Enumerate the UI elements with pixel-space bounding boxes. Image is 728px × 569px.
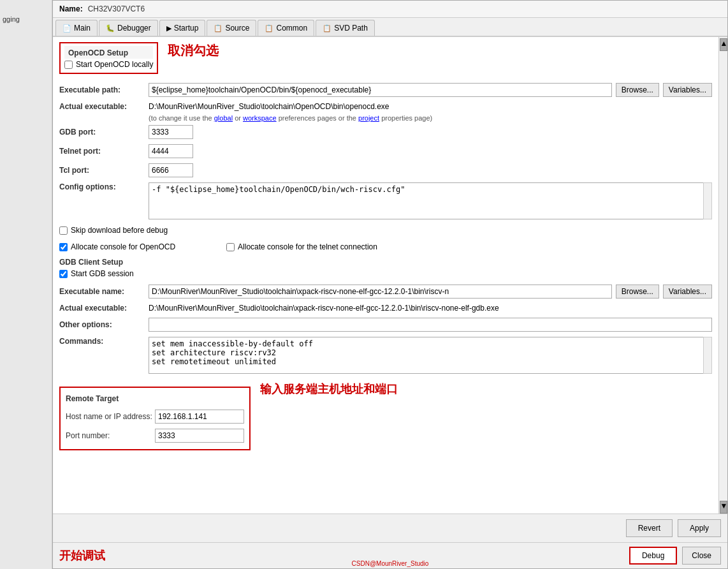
- tab-startup[interactable]: ▶ Startup: [159, 20, 206, 36]
- skip-download-checkbox[interactable]: [59, 226, 68, 235]
- allocate-telnet-label[interactable]: Allocate console for the telnet connecti…: [238, 242, 377, 251]
- remote-target-box: Remote Target Host name or IP address: P…: [59, 387, 251, 450]
- remote-target-header: Remote Target: [66, 392, 244, 404]
- skip-download-checkbox-row: Skip download before debug: [59, 225, 168, 236]
- hint-row: (to change it use the global or workspac…: [59, 114, 712, 122]
- tab-main[interactable]: 📄 Main: [55, 20, 98, 36]
- commands-container: set mem inaccessible-by-default off set …: [149, 337, 712, 374]
- hint-text3: preferences pages or the: [279, 114, 356, 122]
- host-row: Host name or IP address:: [66, 407, 244, 426]
- footer-buttons: Debug Close: [629, 547, 721, 565]
- commands-row: Commands: set mem inaccessible-by-defaul…: [59, 334, 712, 376]
- content-area: OpenOCD Setup Start OpenOCD locally 取消勾选…: [53, 37, 718, 514]
- sidebar-item-1: [0, 0, 52, 10]
- commands-label: Commands:: [59, 337, 149, 346]
- tab-source[interactable]: 📋 Source: [207, 20, 256, 36]
- telnet-port-input[interactable]: [149, 144, 193, 158]
- tab-debugger-label: Debugger: [117, 24, 151, 33]
- config-options-textarea[interactable]: -f "${eclipse_home}toolchain/OpenOCD/bin…: [149, 182, 703, 219]
- annotation-remote: 输入服务端主机地址和端口: [260, 381, 398, 397]
- start-gdb-checkbox[interactable]: [59, 270, 68, 278]
- executable-path-label: Executable path:: [59, 85, 149, 94]
- start-locally-label[interactable]: Start OpenOCD locally: [76, 60, 153, 69]
- start-gdb-label[interactable]: Start GDB session: [71, 269, 134, 278]
- allocate-openocd-label[interactable]: Allocate console for OpenOCD: [71, 242, 175, 251]
- config-options-container: -f "${eclipse_home}toolchain/OpenOCD/bin…: [149, 182, 712, 219]
- actual-executable-gdb-label: Actual executable:: [59, 304, 149, 313]
- tab-svd-label: SVD Path: [334, 24, 368, 33]
- footer-annotation: 开始调试: [59, 548, 105, 563]
- sidebar-item-2: gging: [0, 10, 52, 28]
- tcl-port-label: Tcl port:: [59, 166, 149, 175]
- tab-common[interactable]: 📋 Common: [258, 20, 314, 36]
- port-row: Port number:: [66, 426, 244, 445]
- debugger-tab-icon: 🐛: [106, 24, 115, 33]
- common-tab-icon: 📋: [265, 24, 273, 33]
- executable-name-input[interactable]: [149, 284, 612, 299]
- tab-common-label: Common: [276, 24, 307, 33]
- gdb-port-input[interactable]: [149, 125, 193, 139]
- actual-executable-gdb-value: D:\MounRiver\MounRiver_Studio\toolchain\…: [149, 304, 499, 313]
- telnet-port-row: Telnet port:: [59, 142, 712, 161]
- tabs-row: 📄 Main 🐛 Debugger ▶ Startup 📋 Source 📋 C…: [53, 18, 727, 37]
- tab-debugger[interactable]: 🐛 Debugger: [99, 20, 158, 36]
- tab-svd-path[interactable]: 📋 SVD Path: [316, 20, 375, 36]
- scrollbar-down-arrow[interactable]: ▼: [720, 501, 727, 514]
- annotation-cancel: 取消勾选: [168, 42, 219, 59]
- start-locally-checkbox[interactable]: [64, 61, 73, 69]
- telnet-port-label: Telnet port:: [59, 147, 149, 156]
- actual-executable-value: D:\MounRiver\MounRiver_Studio\toolchain\…: [149, 102, 389, 111]
- config-options-scrollbar: [703, 182, 712, 219]
- main-scrollbar[interactable]: ▲ ▼: [718, 37, 727, 514]
- tab-source-label: Source: [225, 24, 249, 33]
- main-tab-icon: 📄: [62, 24, 71, 33]
- skip-download-row: Skip download before debug: [59, 222, 712, 239]
- tcl-port-input[interactable]: [149, 163, 193, 177]
- startup-tab-icon: ▶: [166, 24, 171, 33]
- name-label: Name:: [59, 4, 83, 13]
- debug-button[interactable]: Debug: [629, 547, 677, 565]
- start-gdb-row: Start GDB session: [59, 268, 712, 279]
- bottom-bar: Revert Apply: [53, 514, 727, 542]
- workspace-link[interactable]: workspace: [243, 114, 277, 122]
- port-input[interactable]: [155, 429, 244, 443]
- actual-executable-gdb-row: Actual executable: D:\MounRiver\MounRive…: [59, 301, 712, 315]
- gdb-client-header: GDB Client Setup: [59, 255, 712, 268]
- allocate-telnet-checkbox[interactable]: [226, 243, 235, 251]
- name-row: Name: CH32V307VCT6: [53, 1, 727, 18]
- hint-text2: or: [235, 114, 241, 122]
- footer-bar: 开始调试 Debug Close: [53, 542, 727, 568]
- other-options-input[interactable]: [149, 318, 712, 332]
- hint-text4: properties page): [381, 114, 432, 122]
- commands-textarea[interactable]: set mem inaccessible-by-default off set …: [149, 337, 703, 374]
- svdpath-tab-icon: 📋: [323, 24, 331, 33]
- content-with-scrollbar: OpenOCD Setup Start OpenOCD locally 取消勾选…: [53, 37, 727, 514]
- apply-button[interactable]: Apply: [678, 519, 721, 537]
- gdb-port-label: GDB port:: [59, 128, 149, 137]
- tcl-port-row: Tcl port:: [59, 161, 712, 180]
- config-options-label: Config options:: [59, 182, 149, 191]
- revert-button[interactable]: Revert: [626, 519, 673, 537]
- start-locally-row: Start OpenOCD locally: [64, 59, 153, 70]
- port-label: Port number:: [66, 431, 155, 440]
- skip-download-label[interactable]: Skip download before debug: [71, 226, 168, 235]
- executable-path-browse-button[interactable]: Browse...: [616, 83, 659, 97]
- close-button[interactable]: Close: [682, 547, 721, 565]
- scrollbar-up-arrow[interactable]: ▲: [720, 38, 727, 51]
- project-link[interactable]: project: [358, 114, 379, 122]
- other-options-row: Other options:: [59, 315, 712, 334]
- hint-text1: (to change it use the: [149, 114, 212, 122]
- tab-startup-label: Startup: [174, 24, 199, 33]
- executable-name-browse-button[interactable]: Browse...: [616, 284, 659, 299]
- allocate-openocd-checkbox[interactable]: [59, 243, 68, 251]
- executable-name-variables-button[interactable]: Variables...: [663, 284, 712, 299]
- executable-name-row: Executable name: Browse... Variables...: [59, 282, 712, 301]
- executable-path-variables-button[interactable]: Variables...: [663, 83, 712, 97]
- config-options-row: Config options: -f "${eclipse_home}toolc…: [59, 180, 712, 222]
- executable-path-input[interactable]: [149, 83, 612, 97]
- global-link[interactable]: global: [214, 114, 233, 122]
- executable-name-label: Executable name:: [59, 287, 149, 296]
- host-input[interactable]: [155, 410, 244, 424]
- other-options-label: Other options:: [59, 320, 149, 329]
- allocate-console-row: Allocate console for OpenOCD Allocate co…: [59, 239, 712, 255]
